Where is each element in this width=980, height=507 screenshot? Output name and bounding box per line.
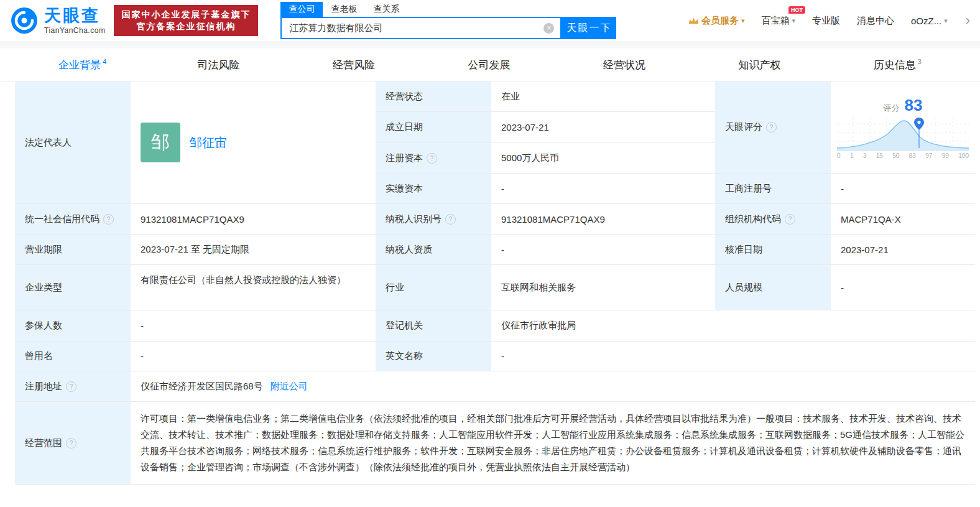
tab-company-background[interactable]: 企业背景4 — [58, 58, 106, 72]
field-value-credit-code: 91321081MACP71QAX9 — [131, 204, 376, 235]
tab-count: 4 — [103, 58, 106, 65]
brand-domain: TianYanCha.com — [44, 27, 105, 34]
score-value: 83 — [905, 96, 923, 115]
field-value-taxpayer-id: 91321081MACP71QAX9 — [491, 204, 715, 235]
help-icon[interactable]: ? — [103, 214, 114, 225]
help-icon[interactable]: ? — [66, 438, 76, 449]
search-input[interactable] — [282, 23, 543, 34]
header-separator — [0, 41, 980, 49]
field-value-english-name: - — [491, 342, 975, 371]
field-value-company-type: 有限责任公司（非自然人投资或控股的法人独资） — [131, 265, 376, 310]
field-label-registry-authority: 登记机关 — [376, 310, 491, 342]
field-label-company-type: 企业类型 — [15, 265, 131, 310]
help-icon[interactable]: ? — [766, 122, 777, 133]
tab-history-info[interactable]: 历史信息3 — [874, 58, 922, 72]
field-label-industry: 行业 — [376, 265, 491, 310]
field-value-registry-authority: 仪征市行政审批局 — [491, 310, 975, 342]
field-value-industry: 互联网和相关服务 — [491, 265, 715, 310]
field-label-insured-count: 参保人数 — [15, 310, 131, 342]
field-label-registered-capital: 注册资本 ? — [376, 143, 491, 174]
legal-rep-cell: 邹 邹征宙 — [131, 81, 376, 204]
field-value-established-date: 2023-07-21 — [491, 112, 715, 143]
help-icon[interactable]: ? — [445, 214, 456, 225]
field-label-taxpayer-id: 纳税人识别号 ? — [376, 204, 491, 235]
legal-rep-name-link[interactable]: 邹征宙 — [190, 134, 227, 151]
header-nav: 会员服务 ▾ HOT 百宝箱 ▾ 专业版 消息中心 oOzZ... ▾ › — [688, 12, 970, 29]
badge-line1: 国家中小企业发展子基金旗下 — [121, 9, 251, 21]
help-icon[interactable]: ? — [66, 381, 76, 392]
field-value-registered-address: 仪征市经济开发区国民路68号 附近公司 — [131, 371, 975, 402]
help-icon[interactable]: ? — [785, 214, 795, 225]
tianyan-score-chart: 评分 83 0131550839799100 — [831, 81, 975, 174]
search-input-wrapper: × — [280, 17, 562, 39]
field-label-established-date: 成立日期 — [376, 112, 491, 143]
crown-icon — [688, 17, 699, 25]
field-label-credit-code: 统一社会信用代码 ? — [15, 204, 131, 235]
nav-vip-services[interactable]: 会员服务 ▾ — [688, 15, 745, 27]
field-label-status: 经营状态 — [376, 81, 491, 112]
legal-rep-avatar[interactable]: 邹 — [141, 123, 180, 162]
field-label-staff-size: 人员规模 — [715, 265, 831, 310]
tab-intellectual-property[interactable]: 知识产权 — [738, 58, 782, 72]
field-value-insured-count: - — [131, 310, 376, 342]
company-info-table: 法定代表人 邹 邹征宙 经营状态 在业 成立日期 2023-07-21 注册资本… — [15, 81, 965, 485]
field-value-business-term: 2023-07-21 至 无固定期限 — [131, 235, 376, 265]
score-distribution-chart — [837, 115, 969, 151]
hot-badge: HOT — [788, 6, 805, 14]
nav-pro-version[interactable]: 专业版 — [812, 15, 840, 27]
search-tab-boss[interactable]: 查老板 — [323, 2, 365, 17]
field-label-business-term: 营业期限 — [15, 235, 131, 265]
search-area: 查公司 查老板 查关系 × 天眼一下 — [280, 2, 616, 39]
field-label-approval-date: 核准日期 — [715, 235, 831, 265]
help-icon[interactable]: ? — [427, 153, 437, 164]
field-value-staff-size: - — [831, 265, 975, 310]
search-tab-company[interactable]: 查公司 — [280, 2, 323, 17]
chevron-down-icon: ▾ — [792, 17, 795, 25]
top-header: 天眼查 TianYanCha.com 国家中小企业发展子基金旗下 官方备案企业征… — [0, 0, 980, 41]
tianyancha-logo[interactable]: 天眼查 TianYanCha.com — [10, 6, 105, 35]
nearby-companies-link[interactable]: 附近公司 — [270, 381, 308, 393]
field-value-status: 在业 — [491, 81, 715, 112]
field-label-tianyan-score: 天眼评分 ? — [715, 81, 831, 174]
nav-message-center[interactable]: 消息中心 — [857, 15, 894, 27]
field-value-business-reg-number: - — [831, 174, 975, 204]
more-arrow-icon[interactable]: › — [966, 12, 970, 29]
field-label-english-name: 英文名称 — [376, 342, 491, 371]
tab-operating-risk[interactable]: 经营风险 — [333, 58, 377, 72]
field-value-business-scope: 许可项目：第一类增值电信业务；第二类增值电信业务（依法须经批准的项目，经相关部门… — [131, 402, 975, 485]
certification-badge: 国家中小企业发展子基金旗下 官方备案企业征信机构 — [114, 5, 258, 36]
chevron-down-icon: ▾ — [741, 17, 745, 25]
search-tab-relation[interactable]: 查关系 — [365, 2, 407, 17]
field-label-registered-address: 注册地址 ? — [15, 371, 131, 402]
tab-judicial-risk[interactable]: 司法风险 — [198, 58, 242, 72]
score-pin-icon — [914, 118, 924, 130]
field-label-taxpayer-quality: 纳税人资质 — [376, 235, 491, 265]
badge-line2: 官方备案企业征信机构 — [121, 21, 251, 32]
tab-company-development[interactable]: 公司发展 — [468, 58, 512, 72]
field-value-former-name: - — [131, 342, 376, 371]
field-label-org-code: 组织机构代码 ? — [715, 204, 831, 235]
clear-search-icon[interactable]: × — [543, 23, 554, 34]
section-tabbar: 企业背景4 司法风险 经营风险 公司发展 经营状况 知识产权 历史信息3 — [0, 49, 980, 81]
search-tabs: 查公司 查老板 查关系 — [280, 2, 616, 17]
field-label-business-scope: 经营范围 ? — [15, 402, 131, 485]
chevron-down-icon: ▾ — [944, 17, 948, 25]
search-button[interactable]: 天眼一下 — [562, 17, 616, 39]
nav-user-account[interactable]: oOzZ... ▾ — [911, 16, 948, 26]
nav-toolbox[interactable]: HOT 百宝箱 ▾ — [761, 15, 795, 27]
field-label-legal-rep: 法定代表人 — [15, 81, 131, 204]
field-value-taxpayer-quality: - — [491, 235, 715, 265]
tab-operating-status[interactable]: 经营状况 — [603, 58, 647, 72]
field-value-paidin-capital: - — [491, 174, 715, 204]
field-label-former-name: 曾用名 — [15, 342, 131, 371]
brand-name: 天眼查 — [44, 7, 105, 24]
field-value-approval-date: 2023-07-21 — [831, 235, 975, 265]
logo-swirl-icon — [10, 6, 39, 35]
score-prefix: 评分 — [884, 103, 900, 114]
tab-count: 3 — [918, 58, 922, 65]
field-value-org-code: MACP71QA-X — [831, 204, 975, 235]
field-value-registered-capital: 5000万人民币 — [491, 143, 715, 174]
score-axis-labels: 0131550839799100 — [837, 152, 969, 159]
field-label-paidin-capital: 实缴资本 — [376, 174, 491, 204]
field-label-business-reg-number: 工商注册号 — [715, 174, 831, 204]
